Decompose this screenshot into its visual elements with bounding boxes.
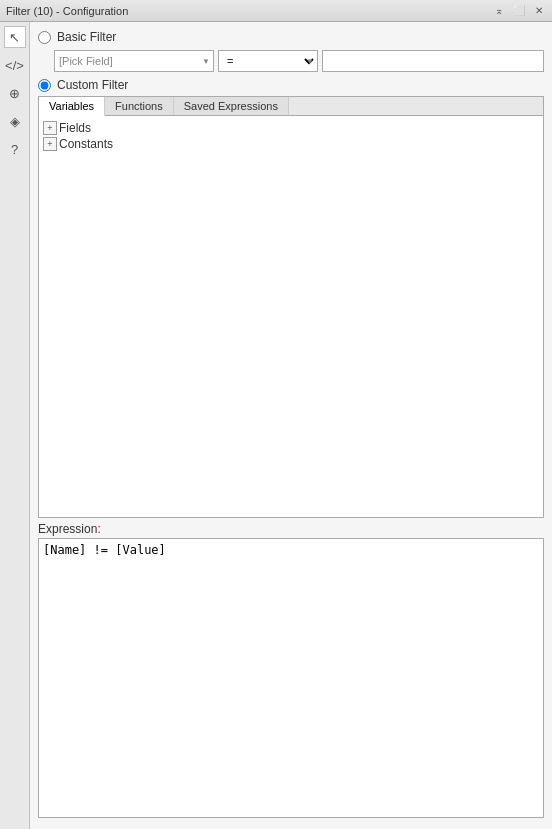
content-area: Basic Filter [Pick Field] =	[30, 22, 552, 829]
sidebar-icon-tag[interactable]: ◈	[4, 110, 26, 132]
tab-content-variables: + Fields + Constants	[39, 116, 543, 517]
basic-filter-inputs: [Pick Field] =	[54, 50, 544, 72]
sidebar: ↖ </> ⊕ ◈ ?	[0, 22, 30, 829]
custom-filter-label[interactable]: Custom Filter	[57, 78, 128, 92]
tab-saved-expressions[interactable]: Saved Expressions	[174, 97, 289, 115]
tab-variables[interactable]: Variables	[39, 97, 105, 116]
sidebar-icon-cursor[interactable]: ↖	[4, 26, 26, 48]
operator-select-wrapper: =	[218, 50, 318, 72]
window-controls: ⌅ ⬜ ✕	[492, 5, 546, 16]
tree-item-constants[interactable]: + Constants	[43, 136, 539, 152]
expression-label: Expression:	[38, 522, 544, 536]
sidebar-icon-help[interactable]: ?	[4, 138, 26, 160]
basic-filter-label[interactable]: Basic Filter	[57, 30, 116, 44]
value-input[interactable]	[322, 50, 544, 72]
fields-expander[interactable]: +	[43, 121, 57, 135]
custom-filter-radio[interactable]	[38, 79, 51, 92]
tab-functions[interactable]: Functions	[105, 97, 174, 115]
custom-filter-section: Custom Filter Variables Functions Saved …	[38, 78, 544, 821]
title-bar: Filter (10) - Configuration ⌅ ⬜ ✕	[0, 0, 552, 22]
expression-section: Expression:	[38, 522, 544, 821]
constants-expander[interactable]: +	[43, 137, 57, 151]
field-select-wrapper: [Pick Field]	[54, 50, 214, 72]
expression-textarea[interactable]	[38, 538, 544, 818]
tree-item-fields[interactable]: + Fields	[43, 120, 539, 136]
basic-filter-section: Basic Filter [Pick Field] =	[38, 30, 544, 72]
tabs-row: Variables Functions Saved Expressions	[39, 97, 543, 116]
sidebar-icon-code[interactable]: </>	[4, 54, 26, 76]
operator-select[interactable]: =	[218, 50, 318, 72]
basic-filter-radio-row: Basic Filter	[38, 30, 544, 44]
float-button[interactable]: ⬜	[510, 5, 528, 16]
custom-filter-label-row: Custom Filter	[38, 78, 544, 92]
close-button[interactable]: ✕	[532, 5, 546, 16]
main-container: ↖ </> ⊕ ◈ ? Basic Filter [Pick Field] =	[0, 22, 552, 829]
sidebar-icon-globe[interactable]: ⊕	[4, 82, 26, 104]
pin-button[interactable]: ⌅	[492, 5, 506, 16]
basic-filter-radio[interactable]	[38, 31, 51, 44]
tab-panel: Variables Functions Saved Expressions + …	[38, 96, 544, 518]
window-title: Filter (10) - Configuration	[6, 5, 128, 17]
field-select[interactable]: [Pick Field]	[54, 50, 214, 72]
